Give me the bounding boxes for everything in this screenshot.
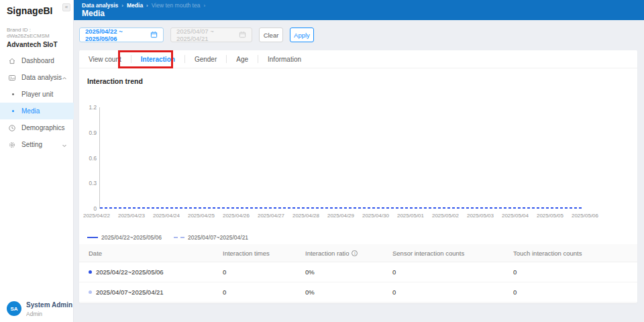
tab-information[interactable]: Information	[258, 56, 311, 63]
row-touch: 0	[513, 268, 637, 276]
chevron-down-icon[interactable]	[62, 142, 67, 150]
x-tick: 2025/05/02	[428, 213, 463, 219]
x-tick: 2025/04/26	[219, 213, 254, 219]
tab-interaction[interactable]: Interaction	[131, 56, 184, 63]
breadcrumb-current: View ten mouth tea	[152, 2, 201, 9]
row-sensor: 0	[392, 288, 513, 296]
tab-gender[interactable]: Gender	[185, 56, 226, 63]
sidebar-item-label: Data analysis	[21, 74, 62, 81]
sidebar-item-setting[interactable]: Setting	[0, 136, 74, 153]
bullet-icon	[12, 110, 14, 112]
table-row[interactable]: 2025/04/07~2025/04/21 0 0% 0 0	[79, 282, 637, 303]
column-header-touch: Touch interaction counts	[513, 250, 637, 257]
user-name: System Admin	[26, 301, 72, 309]
column-header-date: Date	[89, 250, 223, 257]
brand-block: Brand ID : dWa26ZsECMSM Advantech SIoT	[7, 27, 73, 48]
chevron-up-icon[interactable]	[62, 75, 67, 83]
calendar-icon	[150, 31, 158, 40]
y-tick: 0.9	[79, 130, 97, 136]
tab-bar: View count Interaction Gender Age Inform…	[79, 50, 637, 68]
sidebar-item-media[interactable]: Media	[0, 103, 74, 119]
solid-line-swatch	[87, 237, 98, 238]
tab-view-count[interactable]: View count	[79, 56, 131, 63]
column-header-ratio: Interaction ratio i	[305, 250, 392, 257]
x-tick: 2025/04/22	[79, 213, 114, 219]
user-block[interactable]: SA System Admin Admin	[7, 301, 72, 317]
x-tick: 2025/04/28	[288, 213, 323, 219]
row-date: 2025/04/07~2025/04/21	[96, 288, 164, 296]
x-tick: 2025/05/04	[498, 213, 533, 219]
avatar: SA	[7, 301, 21, 316]
breadcrumb-media[interactable]: Media	[127, 2, 143, 9]
data-analysis-icon	[8, 74, 16, 82]
y-axis-line	[99, 107, 100, 209]
sidebar-item-data-analysis[interactable]: Data analysis	[0, 69, 74, 86]
chart-title: Interaction trend	[87, 77, 143, 85]
sidebar-menu: Dashboard Data analysis Player unit Medi…	[0, 52, 74, 153]
home-icon	[8, 57, 16, 65]
y-tick: 0	[79, 206, 97, 212]
row-touch: 0	[513, 288, 637, 296]
app-logo: SignageBI	[7, 5, 52, 16]
tab-age[interactable]: Age	[227, 56, 258, 63]
apply-button[interactable]: Apply	[290, 28, 314, 42]
breadcrumb: Data analysis › Media › View ten mouth t…	[82, 2, 209, 9]
bullet-icon	[12, 93, 14, 95]
row-sensor: 0	[392, 268, 513, 276]
legend-item-compare[interactable]: 2025/04/07~2025/04/21	[174, 234, 248, 241]
x-axis-labels: 2025/04/22 2025/04/23 2025/04/24 2025/04…	[79, 213, 602, 219]
brand-name: Advantech SIoT	[7, 41, 73, 48]
breadcrumb-data-analysis[interactable]: Data analysis	[82, 2, 118, 9]
app-window: SignageBI « Brand ID : dWa26ZsECMSM Adva…	[0, 0, 644, 322]
x-tick: 2025/04/27	[254, 213, 288, 219]
top-bar: Data analysis › Media › View ten mouth t…	[74, 0, 644, 20]
brand-id: Brand ID : dWa26ZsECMSM	[7, 27, 73, 39]
row-ratio: 0%	[305, 288, 392, 296]
calendar-icon	[239, 31, 246, 40]
series-dot-compare	[89, 290, 92, 294]
page-title: Media	[82, 9, 105, 18]
row-times: 0	[223, 288, 305, 296]
clear-button[interactable]: Clear	[259, 28, 283, 42]
info-icon[interactable]: i	[352, 250, 358, 256]
sidebar-item-demographics[interactable]: Demographics	[0, 119, 74, 136]
x-tick: 2025/04/30	[358, 213, 393, 219]
sidebar-item-label: Demographics	[21, 124, 64, 131]
gear-icon	[8, 141, 16, 149]
sidebar-item-label: Setting	[21, 141, 42, 148]
date-range-primary-value: 2025/04/22 ~ 2025/05/06	[85, 28, 150, 42]
y-tick: 0.3	[79, 180, 97, 186]
series-dot-primary	[89, 270, 92, 274]
sidebar-collapse-button[interactable]: «	[62, 3, 70, 11]
x-tick: 2025/04/24	[149, 213, 184, 219]
row-date: 2025/04/22~2025/05/06	[96, 268, 164, 276]
user-role: Admin	[26, 311, 72, 317]
column-header-times: Interaction times	[223, 250, 305, 257]
date-range-picker-primary[interactable]: 2025/04/22 ~ 2025/05/06	[79, 28, 164, 42]
date-range-compare-value: 2025/04/07 ~ 2025/04/21	[176, 28, 239, 42]
x-tick: 2025/05/03	[463, 213, 498, 219]
sidebar-item-label: Dashboard	[21, 57, 54, 64]
y-tick: 0.6	[79, 156, 97, 162]
x-tick: 2025/05/06	[568, 213, 602, 219]
x-tick: 2025/04/23	[114, 213, 149, 219]
breadcrumb-separator: ›	[203, 3, 205, 9]
sidebar-item-dashboard[interactable]: Dashboard	[0, 52, 74, 69]
x-tick: 2025/04/29	[323, 213, 358, 219]
row-ratio: 0%	[305, 268, 392, 276]
row-times: 0	[223, 268, 305, 276]
column-header-sensor: Sensor interaction counts	[392, 250, 513, 257]
breadcrumb-separator: ›	[146, 3, 148, 9]
date-range-picker-compare[interactable]: 2025/04/07 ~ 2025/04/21	[170, 28, 252, 42]
x-tick: 2025/05/01	[393, 213, 428, 219]
sidebar-item-player-unit[interactable]: Player unit	[0, 86, 74, 103]
x-tick: 2025/05/05	[533, 213, 568, 219]
sidebar-item-label: Media	[21, 107, 40, 115]
dashed-line-swatch	[174, 237, 184, 238]
sidebar-item-label: Player unit	[21, 91, 53, 98]
table-row[interactable]: 2025/04/22~2025/05/06 0 0% 0 0	[79, 262, 637, 282]
series-line-at-zero	[100, 207, 582, 209]
table-header: Date Interaction times Interaction ratio…	[79, 244, 637, 262]
demographics-icon	[8, 124, 16, 132]
legend-item-primary[interactable]: 2025/04/22~2025/05/06	[87, 234, 162, 241]
